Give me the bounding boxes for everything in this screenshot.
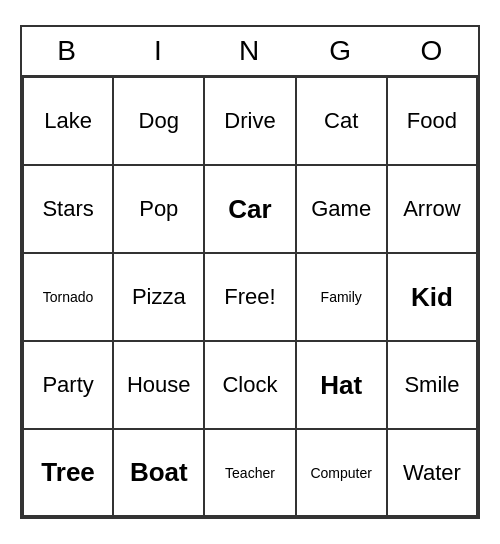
cell-text-r4-c1: Boat bbox=[130, 457, 188, 488]
cell-text-r0-c1: Dog bbox=[139, 108, 179, 134]
cell-text-r1-c2: Car bbox=[228, 194, 271, 225]
cell-text-r2-c3: Family bbox=[321, 289, 362, 305]
cell-r3-c3: Hat bbox=[296, 341, 387, 429]
bingo-card: BINGO LakeDogDriveCatFoodStarsPopCarGame… bbox=[20, 25, 480, 519]
cell-r3-c1: House bbox=[113, 341, 204, 429]
cell-r4-c1: Boat bbox=[113, 429, 204, 517]
cell-r4-c2: Teacher bbox=[204, 429, 295, 517]
header-letter-o: O bbox=[387, 27, 478, 75]
bingo-grid: LakeDogDriveCatFoodStarsPopCarGameArrowT… bbox=[22, 77, 478, 517]
cell-text-r1-c0: Stars bbox=[42, 196, 93, 222]
header-letter-b: B bbox=[22, 27, 113, 75]
cell-r2-c1: Pizza bbox=[113, 253, 204, 341]
cell-r3-c2: Clock bbox=[204, 341, 295, 429]
cell-text-r0-c3: Cat bbox=[324, 108, 358, 134]
cell-text-r1-c1: Pop bbox=[139, 196, 178, 222]
cell-text-r2-c0: Tornado bbox=[43, 289, 94, 305]
cell-r0-c4: Food bbox=[387, 77, 478, 165]
bingo-header: BINGO bbox=[22, 27, 478, 77]
header-letter-i: I bbox=[113, 27, 204, 75]
cell-r1-c0: Stars bbox=[22, 165, 113, 253]
cell-r4-c0: Tree bbox=[22, 429, 113, 517]
cell-r2-c2: Free! bbox=[204, 253, 295, 341]
cell-text-r4-c3: Computer bbox=[310, 465, 371, 481]
cell-r3-c4: Smile bbox=[387, 341, 478, 429]
cell-r4-c3: Computer bbox=[296, 429, 387, 517]
cell-text-r2-c2: Free! bbox=[224, 284, 275, 310]
cell-r4-c4: Water bbox=[387, 429, 478, 517]
cell-text-r3-c2: Clock bbox=[222, 372, 277, 398]
cell-text-r2-c4: Kid bbox=[411, 282, 453, 313]
cell-r2-c4: Kid bbox=[387, 253, 478, 341]
cell-text-r0-c2: Drive bbox=[224, 108, 275, 134]
cell-r2-c3: Family bbox=[296, 253, 387, 341]
cell-r1-c3: Game bbox=[296, 165, 387, 253]
cell-text-r4-c2: Teacher bbox=[225, 465, 275, 481]
header-letter-n: N bbox=[204, 27, 295, 75]
cell-text-r4-c4: Water bbox=[403, 460, 461, 486]
cell-text-r2-c1: Pizza bbox=[132, 284, 186, 310]
cell-text-r3-c0: Party bbox=[42, 372, 93, 398]
cell-r1-c1: Pop bbox=[113, 165, 204, 253]
cell-r0-c2: Drive bbox=[204, 77, 295, 165]
cell-text-r0-c0: Lake bbox=[44, 108, 92, 134]
cell-text-r4-c0: Tree bbox=[41, 457, 95, 488]
header-letter-g: G bbox=[296, 27, 387, 75]
cell-r0-c1: Dog bbox=[113, 77, 204, 165]
cell-r1-c2: Car bbox=[204, 165, 295, 253]
cell-r0-c3: Cat bbox=[296, 77, 387, 165]
cell-text-r1-c3: Game bbox=[311, 196, 371, 222]
cell-text-r3-c1: House bbox=[127, 372, 191, 398]
cell-text-r1-c4: Arrow bbox=[403, 196, 460, 222]
cell-text-r3-c3: Hat bbox=[320, 370, 362, 401]
cell-r0-c0: Lake bbox=[22, 77, 113, 165]
cell-text-r0-c4: Food bbox=[407, 108, 457, 134]
cell-r3-c0: Party bbox=[22, 341, 113, 429]
cell-text-r3-c4: Smile bbox=[404, 372, 459, 398]
cell-r2-c0: Tornado bbox=[22, 253, 113, 341]
cell-r1-c4: Arrow bbox=[387, 165, 478, 253]
